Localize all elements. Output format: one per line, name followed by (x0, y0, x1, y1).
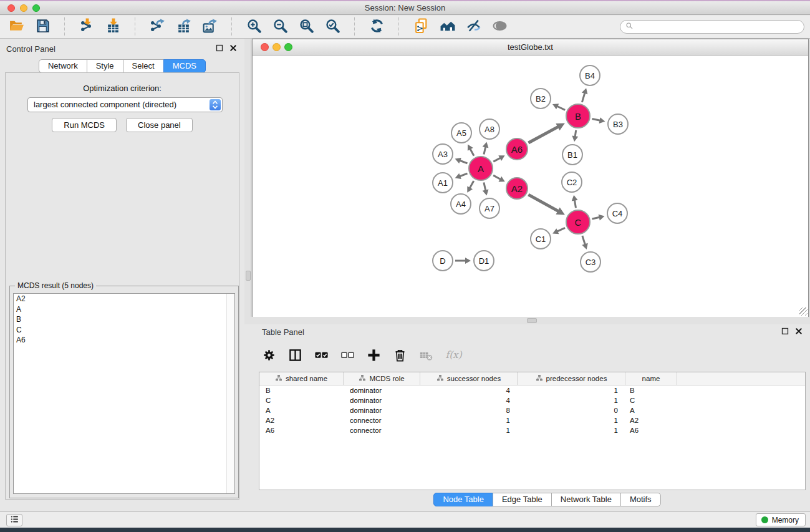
graph-node-B3[interactable]: B3 (607, 114, 629, 135)
splitter-grip[interactable] (527, 318, 537, 323)
delete-column-button[interactable] (390, 347, 409, 365)
add-column-button[interactable] (364, 347, 383, 365)
graph-edge-B-B4[interactable] (582, 88, 588, 102)
cell-name[interactable]: A2 (625, 415, 677, 425)
cell-predecessor-nodes[interactable]: 1 (518, 415, 625, 425)
search-field[interactable] (620, 20, 804, 34)
graph-edge-C-C4[interactable] (592, 215, 604, 221)
graph-node-C[interactable]: C (566, 210, 591, 235)
cell-shared-name[interactable]: A6 (259, 425, 344, 435)
graph-edge-A-A8[interactable] (483, 142, 489, 154)
cell-predecessor-nodes[interactable]: 1 (518, 385, 625, 395)
export-image-button[interactable] (200, 17, 219, 37)
task-history-button[interactable] (6, 514, 22, 526)
zoom-fit-button[interactable] (296, 17, 316, 37)
copy-network-button[interactable] (411, 17, 431, 37)
graph-edge-A-A5[interactable] (468, 144, 474, 155)
graph-edge-B-B3[interactable] (592, 117, 605, 123)
mcds-result-item[interactable]: A2 (14, 294, 234, 304)
graph-node-C2[interactable]: C2 (561, 172, 582, 193)
cell-name[interactable]: A (625, 405, 677, 415)
graph-edge-A6-B[interactable] (528, 123, 564, 143)
close-panel-button[interactable]: Close panel (126, 118, 193, 132)
graph-node-B2[interactable]: B2 (530, 88, 551, 109)
cell-predecessor-nodes[interactable]: 1 (518, 425, 625, 435)
graph-edge-B-B1[interactable] (572, 130, 578, 142)
cell-filler[interactable] (677, 395, 805, 405)
cell-shared-name[interactable]: C (259, 395, 344, 405)
table-row[interactable]: Cdominator41C (259, 395, 805, 405)
graph-node-A4[interactable]: A4 (450, 193, 471, 215)
table-row[interactable]: Adominator80A (259, 405, 805, 415)
graph-edge-C-C3[interactable] (582, 236, 588, 249)
splitter-grip[interactable] (246, 271, 251, 281)
cell-mcds-role[interactable]: dominator (344, 385, 420, 395)
mcds-result-item[interactable]: A (14, 304, 234, 315)
open-file-button[interactable] (6, 17, 26, 37)
cell-filler[interactable] (677, 415, 805, 425)
network-canvas[interactable]: AA1A2A3A4A5A6A7A8BB1B2B3B4CC1C2C3C4DD1 (253, 56, 808, 317)
export-table-button[interactable] (173, 17, 193, 37)
select-all-button[interactable] (312, 347, 330, 365)
graph-edge-A-A7[interactable] (483, 182, 489, 195)
cell-filler[interactable] (677, 405, 805, 415)
mcds-result-item[interactable]: B (14, 314, 234, 325)
float-panel-icon[interactable] (781, 327, 789, 337)
tab-mcds[interactable]: MCDS (163, 59, 206, 73)
refresh-button[interactable] (367, 17, 387, 37)
graph-edge-A-A6[interactable] (493, 155, 504, 162)
column-visibility-button[interactable] (286, 347, 304, 365)
tab-select[interactable]: Select (123, 59, 164, 73)
cell-name[interactable]: B (625, 385, 677, 395)
float-panel-icon[interactable] (216, 44, 223, 54)
cell-mcds-role[interactable]: connector (344, 415, 420, 425)
graph-node-A5[interactable]: A5 (451, 122, 472, 143)
import-network-button[interactable] (77, 17, 97, 37)
cell-successor-nodes[interactable]: 1 (420, 415, 518, 425)
graph-node-A3[interactable]: A3 (432, 143, 453, 165)
window-resize-grip[interactable] (799, 307, 808, 316)
graph-node-A6[interactable]: A6 (506, 138, 528, 160)
graph-edge-A2-C[interactable] (528, 195, 565, 215)
function-builder-button[interactable]: f(x) (443, 347, 461, 365)
graph-edge-A-A4[interactable] (467, 181, 473, 193)
optimization-criterion-dropdown[interactable]: largest connected component (directed) (27, 97, 223, 112)
cell-mcds-role[interactable]: dominator (344, 405, 420, 415)
home-layout-button[interactable] (437, 17, 457, 37)
column-header-predecessor-nodes[interactable]: predecessor nodes (518, 372, 625, 385)
table-settings-button[interactable] (259, 347, 278, 365)
cell-successor-nodes[interactable]: 4 (420, 385, 518, 395)
tab-network[interactable]: Network (39, 59, 87, 73)
table-row[interactable]: A2connector11A2 (259, 415, 805, 425)
graph-edge-A-A1[interactable] (455, 173, 468, 179)
graph-node-D1[interactable]: D1 (473, 250, 494, 271)
vertical-splitter[interactable] (244, 39, 252, 317)
table-row[interactable]: A6connector11A6 (259, 425, 805, 435)
graph-edge-C-C2[interactable] (572, 195, 578, 208)
cell-mcds-role[interactable]: connector (344, 425, 420, 435)
graph-edge-A-A2[interactable] (493, 175, 505, 181)
show-graphics-button[interactable] (489, 17, 509, 37)
delete-table-button[interactable] (417, 347, 435, 365)
tab-style[interactable]: Style (87, 59, 123, 73)
graph-node-B4[interactable]: B4 (579, 65, 600, 86)
column-header-name[interactable]: name (625, 372, 677, 385)
cell-shared-name[interactable]: A (259, 405, 344, 415)
cell-successor-nodes[interactable]: 4 (420, 395, 518, 405)
column-header-shared-name[interactable]: shared name (259, 372, 344, 385)
graph-edge-A-A3[interactable] (455, 158, 468, 163)
graph-node-C3[interactable]: C3 (580, 251, 601, 273)
graph-edge-D-D1[interactable] (455, 258, 471, 264)
import-table-button[interactable] (103, 17, 123, 37)
table-row[interactable]: Bdominator41B (259, 385, 805, 395)
cell-name[interactable]: A6 (625, 425, 677, 435)
graph-node-A1[interactable]: A1 (432, 172, 453, 193)
search-input[interactable] (637, 22, 799, 31)
graph-node-A2[interactable]: A2 (506, 177, 528, 200)
close-panel-icon[interactable] (229, 44, 237, 54)
graph-node-A[interactable]: A (468, 156, 493, 181)
graph-node-C4[interactable]: C4 (607, 203, 628, 224)
column-header-mcds-role[interactable]: MCDS role (344, 372, 420, 385)
graph-node-D[interactable]: D (432, 250, 453, 271)
cell-name[interactable]: C (625, 395, 677, 405)
